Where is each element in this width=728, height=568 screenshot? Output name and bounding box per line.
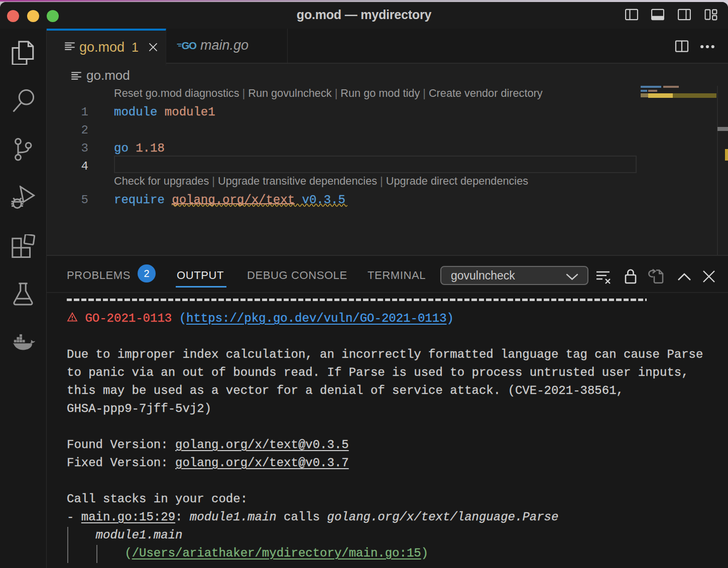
svg-text:GO: GO [182, 40, 197, 51]
